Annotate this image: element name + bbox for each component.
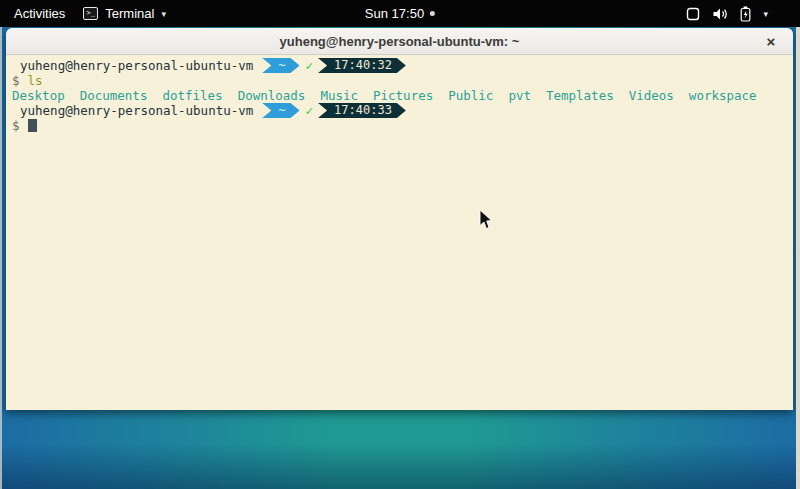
prompt-row-1: yuheng@henry-personal-ubuntu-vm ~ ✓ 17:4… xyxy=(12,58,789,73)
window-titlebar[interactable]: yuheng@henry-personal-ubuntu-vm: ~ × xyxy=(6,28,793,55)
directory-name: Videos xyxy=(629,88,674,103)
directory-name: Documents xyxy=(80,88,148,103)
prompt-symbol: $ xyxy=(12,73,20,88)
right-edge-strip xyxy=(796,27,800,489)
notification-dot-icon xyxy=(430,11,435,16)
volume-icon xyxy=(712,7,728,21)
prompt-user: yuheng@henry-personal-ubuntu-vm xyxy=(20,58,253,73)
powerline-path-segment: ~ xyxy=(262,58,299,73)
directory-name: Downloads xyxy=(238,88,306,103)
clock-label: Sun 17:50 xyxy=(365,6,424,21)
prompt-symbol: $ xyxy=(12,118,20,133)
battery-charging-icon xyxy=(740,6,751,22)
system-menu-chevron-icon: ▾ xyxy=(763,9,768,19)
directory-name: pvt xyxy=(508,88,531,103)
command-row: $ ls xyxy=(12,73,789,88)
top-bar: Activities >_ Terminal ▾ Sun 17:50 ▾ xyxy=(0,0,800,27)
directory-name: dotfiles xyxy=(162,88,222,103)
ls-output-row: DesktopDocumentsdotfilesDownloadsMusicPi… xyxy=(12,88,789,103)
text-cursor xyxy=(28,119,37,132)
terminal-window: yuheng@henry-personal-ubuntu-vm: ~ × yuh… xyxy=(6,28,793,410)
activities-button[interactable]: Activities xyxy=(10,4,69,23)
mouse-cursor-icon xyxy=(479,209,493,230)
left-edge-strip xyxy=(0,27,2,489)
screen-share-icon xyxy=(686,7,700,21)
directory-name: Public xyxy=(448,88,493,103)
directory-name: Desktop xyxy=(12,88,65,103)
directory-name: Templates xyxy=(546,88,614,103)
clock-menu[interactable]: Sun 17:50 xyxy=(365,6,435,21)
prompt-user: yuheng@henry-personal-ubuntu-vm xyxy=(20,103,253,118)
powerline-path-segment: ~ xyxy=(262,103,299,118)
command-text: ls xyxy=(28,73,43,88)
checkmark-icon: ✓ xyxy=(306,58,314,73)
app-menu[interactable]: >_ Terminal ▾ xyxy=(83,6,166,21)
terminal-screen[interactable]: yuheng@henry-personal-ubuntu-vm ~ ✓ 17:4… xyxy=(6,55,793,410)
input-row[interactable]: $ xyxy=(12,118,789,133)
directory-name: workspace xyxy=(689,88,757,103)
powerline-time-segment: 17:40:33 xyxy=(318,103,406,118)
app-menu-label: Terminal xyxy=(105,6,154,21)
directory-name: Music xyxy=(320,88,358,103)
directory-name: Pictures xyxy=(373,88,433,103)
terminal-app-icon: >_ xyxy=(83,7,98,20)
close-button[interactable]: × xyxy=(761,31,781,51)
prompt-row-2: yuheng@henry-personal-ubuntu-vm ~ ✓ 17:4… xyxy=(12,103,789,118)
system-status-area[interactable]: ▾ xyxy=(686,6,800,22)
powerline-time-segment: 17:40:32 xyxy=(318,58,406,73)
window-title: yuheng@henry-personal-ubuntu-vm: ~ xyxy=(280,34,520,49)
chevron-down-icon: ▾ xyxy=(161,9,166,19)
checkmark-icon: ✓ xyxy=(306,103,314,118)
